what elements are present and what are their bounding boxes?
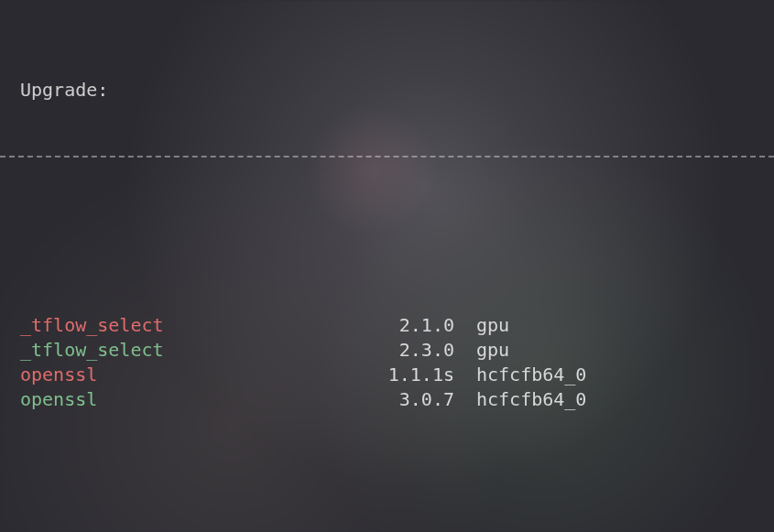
upgrade-rows: _tflow_select2.1.0gpu_tflow_select2.3.0g… [0, 313, 774, 412]
package-row: openssl3.0.7hcfcfb64_0 [0, 387, 774, 412]
package-row: _tflow_select2.3.0gpu [0, 338, 774, 363]
divider [0, 156, 774, 157]
package-build: hcfcfb64_0 [476, 387, 754, 412]
package-build: hcfcfb64_0 [476, 363, 754, 387]
package-build: gpu [476, 313, 754, 338]
package-name: _tflow_select [20, 313, 304, 338]
package-row: openssl1.1.1shcfcfb64_0 [0, 363, 774, 387]
terminal-output: Upgrade: _tflow_select2.1.0gpu_tflow_sel… [0, 0, 774, 532]
package-build: gpu [476, 338, 754, 363]
package-version: 3.0.7 [304, 387, 476, 412]
section-heading-upgrade: Upgrade: [0, 78, 774, 103]
package-name: openssl [20, 363, 304, 387]
package-version: 2.3.0 [304, 338, 476, 363]
package-version: 1.1.1s [304, 363, 476, 387]
package-row: _tflow_select2.1.0gpu [0, 313, 774, 338]
package-name: openssl [20, 387, 304, 412]
package-version: 2.1.0 [304, 313, 476, 338]
package-name: _tflow_select [20, 338, 304, 363]
